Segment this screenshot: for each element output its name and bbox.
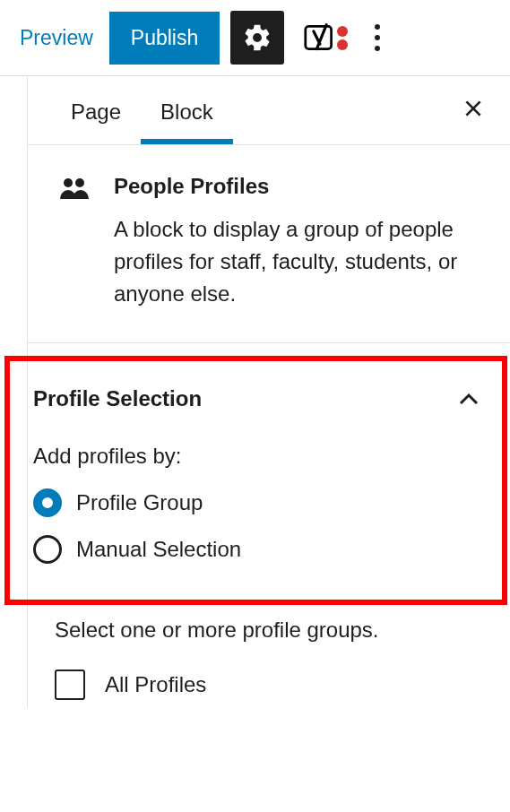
radio-input[interactable] xyxy=(33,488,62,517)
svg-point-5 xyxy=(64,178,73,187)
block-description: A block to display a group of people pro… xyxy=(114,213,483,310)
editor-toolbar: Preview Publish xyxy=(0,0,510,76)
tab-block[interactable]: Block xyxy=(141,76,233,144)
sidebar-tabs: Page Block xyxy=(28,76,510,145)
preview-button[interactable]: Preview xyxy=(14,19,99,57)
radio-option-profile-group[interactable]: Profile Group xyxy=(33,488,479,517)
svg-point-6 xyxy=(75,178,84,187)
tab-page[interactable]: Page xyxy=(51,76,141,144)
yoast-icon xyxy=(304,22,336,54)
panel-body: Add profiles by: Profile Group Manual Se… xyxy=(10,433,502,600)
checkbox-input[interactable] xyxy=(55,669,85,700)
radio-input[interactable] xyxy=(33,535,62,564)
svg-point-0 xyxy=(337,26,348,37)
panel-title: Profile Selection xyxy=(33,386,459,411)
field-label: Add profiles by: xyxy=(33,444,479,469)
radio-label: Profile Group xyxy=(76,490,203,515)
close-icon xyxy=(462,97,485,120)
groups-help-text: Select one or more profile groups. xyxy=(31,605,510,662)
more-options-button[interactable] xyxy=(359,13,395,63)
yoast-seo-button[interactable] xyxy=(295,13,345,63)
traffic-light-icon xyxy=(336,25,349,52)
profile-selection-panel: Profile Selection Add profiles by: Profi… xyxy=(4,356,507,605)
svg-point-3 xyxy=(375,35,380,40)
svg-point-4 xyxy=(375,46,380,51)
panel-toggle[interactable]: Profile Selection xyxy=(10,361,502,433)
checkbox-label: All Profiles xyxy=(105,672,206,697)
gear-icon xyxy=(242,22,272,53)
publish-button[interactable]: Publish xyxy=(109,12,220,65)
block-title: People Profiles xyxy=(114,174,483,199)
chevron-up-icon xyxy=(459,393,479,405)
radio-option-manual[interactable]: Manual Selection xyxy=(33,535,479,564)
people-icon xyxy=(60,177,89,201)
settings-sidebar: Page Block People Profiles A block to di… xyxy=(27,76,510,707)
settings-button[interactable] xyxy=(230,11,284,65)
checkbox-option-all-profiles[interactable]: All Profiles xyxy=(31,662,510,707)
svg-point-1 xyxy=(337,39,348,50)
svg-point-2 xyxy=(375,24,380,30)
block-card: People Profiles A block to display a gro… xyxy=(28,145,510,343)
close-sidebar-button[interactable] xyxy=(454,87,492,134)
kebab-menu-icon xyxy=(374,23,381,52)
radio-label: Manual Selection xyxy=(76,537,241,562)
